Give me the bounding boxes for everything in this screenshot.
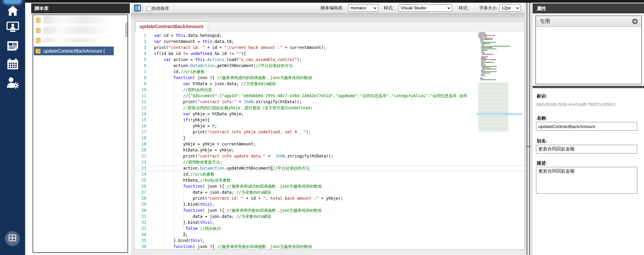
tree-item-label: updateContractBackAmount ( [43, 48, 105, 54]
news-icon[interactable] [0, 38, 25, 53]
description-field[interactable]: 更新合同回款金额 [536, 167, 637, 194]
splitter-line [529, 3, 530, 255]
code-line[interactable]: 14 var yhkje = htData.yhkje; [135, 111, 524, 117]
code-text: }.bind(this), [154, 219, 524, 226]
code-line[interactable]: 22 //调用数据更新方法: [135, 159, 524, 165]
code-line[interactable]: 11 //{"$document":{"appId":"e604bb0d-793… [135, 93, 524, 99]
apps-grid-icon [8, 234, 16, 243]
tab-updateContractBackAmount[interactable]: updateContractBackAmount [136, 21, 208, 31]
panel-divider[interactable] [533, 86, 644, 88]
splitter-handle[interactable] [526, 146, 531, 147]
code-line[interactable]: 10 //得到合同信息 [135, 87, 524, 93]
fontsize-select[interactable]: 12px [499, 4, 521, 12]
indent-guide [183, 129, 183, 135]
code-text: function( json ){ //服务调用失败的回调函数，json为服务传… [154, 207, 524, 213]
style-select[interactable]: Visual Studio [398, 4, 452, 12]
code-text: data = json.data; //为变量data赋值 [154, 213, 524, 219]
tree-scrollbar[interactable] [125, 22, 127, 37]
indent-guide [173, 105, 174, 111]
code-line[interactable]: 33 false //同步执行 [135, 226, 524, 232]
style-label: 样式: [384, 5, 394, 11]
code-text: if(!yhkje){ [154, 117, 524, 123]
line-number: 33 [135, 226, 154, 232]
code-text: print("contract id: " + id + ",current b… [154, 45, 524, 51]
code-line[interactable]: 5 var action = this.Actions.load("x_cms_… [135, 57, 524, 63]
name-field[interactable] [536, 122, 637, 131]
code-line[interactable]: 9 var htData = json.data; //为变量data赋值 [135, 81, 524, 87]
indent-guide [164, 177, 164, 183]
code-line[interactable]: 8 function( json ){ //服务调用成功的回调函数，json为服… [135, 75, 524, 81]
code-line[interactable]: 7 id,//uri的参数 [135, 69, 524, 75]
code-line[interactable]: 31 data = json.data; //为变量data赋值 [135, 213, 524, 219]
save-icon[interactable] [134, 4, 141, 12]
script-library-title: 脚本库 [31, 3, 130, 13]
tree-item-redacted[interactable] [33, 35, 127, 45]
code-line[interactable]: 18 } [135, 135, 524, 141]
script-icon [35, 27, 41, 33]
code-line[interactable]: 3print("contract id: " + id + ",current … [135, 45, 524, 51]
code-line[interactable]: 28 print("contract id: " + id + ", total… [135, 195, 524, 201]
autosave-checkbox[interactable] [147, 6, 151, 11]
user-settings-icon[interactable] [0, 75, 25, 90]
code-line[interactable]: 26 function( json ){ //服务调用成功的回调函数，json为… [135, 183, 524, 189]
tree-item-selected[interactable]: updateContractBackAmount ( [33, 47, 127, 55]
panel-splitter[interactable] [525, 3, 533, 255]
indent-guide [173, 195, 174, 201]
code-line[interactable]: 15 if(!yhkje){ [135, 117, 524, 123]
line-number: 13 [135, 105, 154, 111]
code-text: data = json.data; //为变量data赋值 [154, 189, 524, 195]
code-line[interactable]: 29 }.bind(this), [135, 201, 524, 207]
indent-guide [164, 232, 164, 238]
indent-guide [164, 238, 164, 244]
code-line[interactable]: 6 action.DataAction.getWithDocument(//平台… [135, 63, 524, 69]
indent-guide [173, 183, 174, 189]
code-editor[interactable]: 1var id = this.data.hetongid;2var curren… [135, 31, 524, 249]
code-line[interactable]: 13 //获取合同的已回款金额yhkje，进行累加（该字段可能为undefine… [135, 105, 524, 111]
style2-label: 样式: [459, 5, 469, 11]
home-icon[interactable] [0, 3, 25, 18]
indent-guide [164, 207, 164, 213]
code-line[interactable]: 34 ); [135, 232, 524, 238]
code-line[interactable]: 4if(id && id != undefined && id != ""){ [135, 51, 524, 57]
indent-guide [173, 219, 174, 226]
code-line[interactable]: 19 yhkje = yhkje + currentAmount; [135, 141, 524, 147]
name-label: 名称: [537, 115, 547, 121]
code-text: var yhkje = htData.yhkje; [154, 111, 524, 117]
indent-guide [173, 147, 174, 153]
line-number: 31 [135, 213, 154, 219]
tree-item-redacted[interactable] [33, 25, 127, 35]
code-line[interactable]: 21 print("contract info update data " + … [135, 153, 524, 159]
code-line[interactable]: 20 htData.yhkje = yhkje; [135, 147, 524, 153]
apps-grid-button[interactable] [5, 232, 19, 246]
line-number: 10 [135, 87, 154, 93]
editor-toolbar: 自动保存 脚本编辑器: monaco 样式: Visual Studio 样式:… [131, 3, 525, 13]
calendar-icon[interactable] [0, 57, 25, 72]
add-reference-button[interactable] [632, 18, 638, 24]
code-line[interactable]: 24 id,//uri的参数 [135, 171, 524, 177]
code-text: htData,//body请求参数 [154, 177, 524, 183]
code-line[interactable]: 1var id = this.data.hetongid; [135, 33, 524, 39]
nav-sidebar [0, 0, 25, 255]
indent-guide [164, 99, 164, 105]
indent-guide [164, 87, 164, 93]
code-line[interactable]: 17 print("contract info yhkje undefined,… [135, 129, 524, 135]
code-line[interactable]: 16 yhkje = 0; [135, 123, 524, 129]
code-line[interactable]: 25 htData,//body请求参数 [135, 177, 524, 183]
code-line[interactable]: 35 }.bind(this), [135, 238, 524, 244]
indent-guide [164, 213, 164, 219]
line-number: 22 [135, 159, 154, 165]
line-number: 5 [135, 57, 154, 63]
indent-guide [183, 123, 183, 129]
code-line[interactable]: 2var currentAmount = this.data.t8; [135, 39, 524, 45]
script-editor-select[interactable]: monaco [348, 4, 378, 12]
alias-field[interactable] [536, 145, 637, 153]
code-line[interactable]: 36 function( json ){ //服务调用失败的回调函数，json为… [135, 244, 524, 249]
code-line[interactable]: 27 data = json.data; //为变量data赋值 [135, 189, 524, 195]
tree-item-redacted[interactable] [33, 15, 127, 25]
code-line[interactable]: 30 function( json ){ //服务调用失败的回调函数，json为… [135, 207, 524, 213]
minimap[interactable] [478, 33, 523, 173]
code-line[interactable]: 32 }.bind(this), [135, 219, 524, 226]
code-line[interactable]: 12 print("contract info:" + JSON.stringi… [135, 99, 524, 105]
code-line[interactable]: 23 action.DataAction.updateWithDocument(… [135, 165, 524, 171]
user-monitor-icon[interactable] [0, 19, 25, 34]
